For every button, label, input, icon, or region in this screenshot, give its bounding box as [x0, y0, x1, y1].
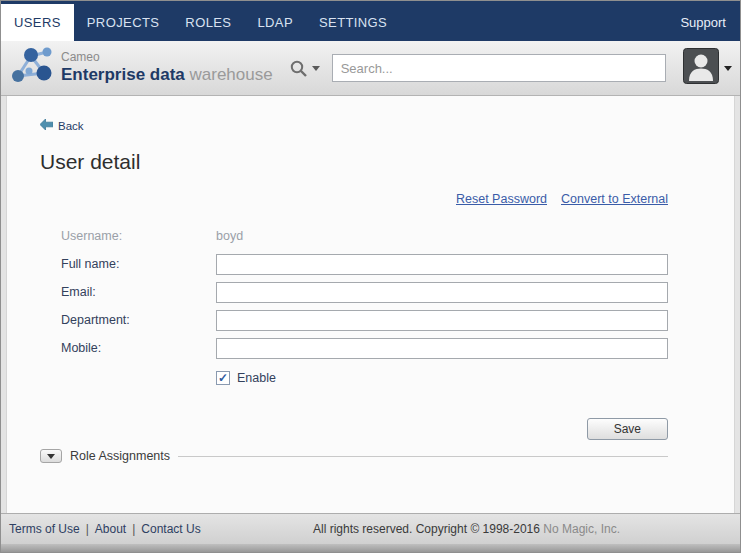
department-input[interactable]	[216, 310, 668, 331]
email-row: Email:	[40, 278, 668, 306]
user-menu-caret-icon[interactable]	[724, 66, 732, 71]
brand-logo[interactable]: Cameo Enterprise data warehouse	[1, 44, 273, 92]
username-value: boyd	[216, 229, 243, 243]
page-title: User detail	[40, 150, 668, 174]
brand-product: Enterprise data warehouse	[61, 65, 273, 85]
user-detail-panel: Back User detail Reset Password Convert …	[6, 96, 735, 513]
user-avatar[interactable]	[683, 48, 719, 88]
role-assignments-section: Role Assignments	[40, 449, 668, 463]
back-label: Back	[58, 120, 84, 132]
contact-us-link[interactable]: Contact Us	[141, 522, 200, 536]
checkmark-icon: ✓	[218, 372, 228, 384]
brand-name: Cameo	[61, 51, 273, 65]
copyright-company: No Magic, Inc.	[543, 522, 620, 536]
footer-links: Terms of Use | About | Contact Us	[9, 522, 201, 536]
tab-ldap[interactable]: LDAP	[244, 4, 306, 41]
chevron-down-icon	[47, 454, 55, 459]
copyright-text: All rights reserved. Copyright © 1998-20…	[313, 522, 620, 536]
full-name-row: Full name:	[40, 250, 668, 278]
mobile-row: Mobile:	[40, 334, 668, 362]
cameo-logo-icon	[9, 44, 55, 92]
reset-password-link[interactable]: Reset Password	[456, 192, 547, 206]
tab-settings[interactable]: SETTINGS	[306, 4, 400, 41]
enable-row: ✓ Enable	[40, 370, 668, 386]
save-button[interactable]: Save	[587, 418, 668, 440]
save-row: Save	[40, 418, 668, 440]
tab-projects[interactable]: PROJECTS	[74, 4, 173, 41]
role-assignments-toggle[interactable]	[40, 449, 62, 463]
department-label: Department:	[40, 313, 216, 327]
username-row: Username: boyd	[40, 222, 668, 250]
full-name-label: Full name:	[40, 257, 216, 271]
content-wrapper: Back User detail Reset Password Convert …	[1, 96, 740, 513]
back-arrow-icon	[40, 119, 53, 132]
mobile-label: Mobile:	[40, 341, 216, 355]
footer-separator: |	[132, 522, 135, 536]
footer-separator: |	[86, 522, 89, 536]
copyright-main: All rights reserved. Copyright © 1998-20…	[313, 522, 540, 536]
terms-of-use-link[interactable]: Terms of Use	[9, 522, 80, 536]
app-header: Cameo Enterprise data warehouse	[1, 41, 740, 96]
mobile-input[interactable]	[216, 338, 668, 359]
email-label: Email:	[40, 285, 216, 299]
back-link[interactable]: Back	[40, 119, 84, 132]
user-detail-form: Username: boyd Full name: Email: Departm…	[40, 222, 668, 440]
footer: Terms of Use | About | Contact Us All ri…	[1, 513, 740, 544]
username-label: Username:	[40, 229, 216, 243]
section-divider	[178, 456, 668, 457]
about-link[interactable]: About	[95, 522, 126, 536]
enable-label: Enable	[237, 371, 276, 385]
user-menu	[683, 48, 732, 88]
window-bottom-edge	[1, 544, 740, 552]
search-icon[interactable]	[289, 59, 308, 78]
search-scope-caret-icon[interactable]	[312, 66, 320, 71]
department-row: Department:	[40, 306, 668, 334]
search-area	[289, 54, 666, 82]
full-name-input[interactable]	[216, 254, 668, 275]
app-window: USERS PROJECTS ROLES LDAP SETTINGS Suppo…	[0, 0, 741, 553]
enable-checkbox[interactable]: ✓	[216, 371, 230, 385]
action-links: Reset Password Convert to External	[40, 192, 668, 206]
tab-users[interactable]: USERS	[1, 4, 74, 41]
role-assignments-label: Role Assignments	[70, 449, 170, 463]
brand-text: Cameo Enterprise data warehouse	[61, 51, 273, 84]
top-navigation: USERS PROJECTS ROLES LDAP SETTINGS Suppo…	[1, 1, 740, 41]
email-input[interactable]	[216, 282, 668, 303]
support-link[interactable]: Support	[666, 4, 740, 41]
convert-to-external-link[interactable]: Convert to External	[561, 192, 668, 206]
tab-roles[interactable]: ROLES	[172, 4, 244, 41]
search-input[interactable]	[332, 54, 666, 82]
